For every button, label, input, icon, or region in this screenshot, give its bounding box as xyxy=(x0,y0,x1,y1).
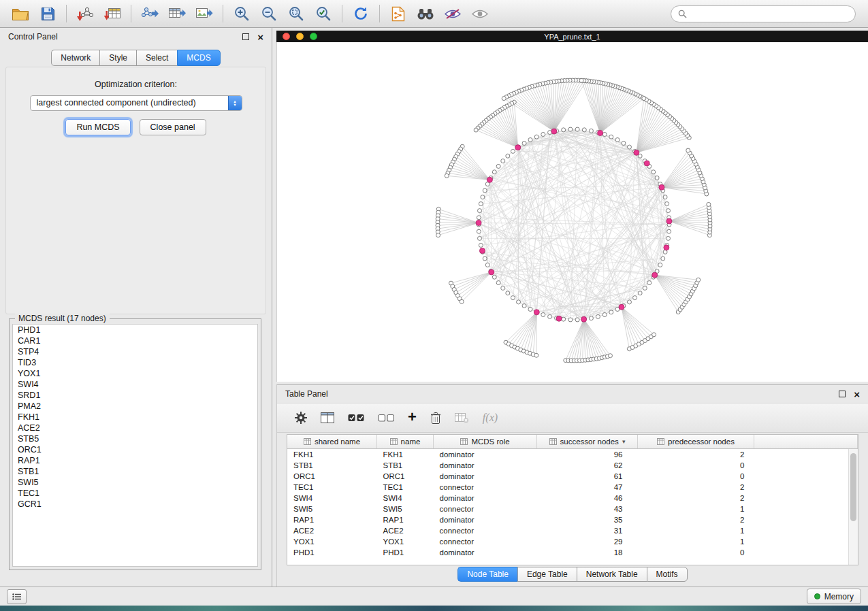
zoom-selected-button[interactable] xyxy=(310,3,337,24)
float-panel-icon[interactable] xyxy=(242,33,249,40)
table-row[interactable]: STB1STB1dominator620 xyxy=(287,460,858,471)
table-cell[interactable]: dominator xyxy=(434,471,537,482)
table-row[interactable]: SWI4SWI4dominator462 xyxy=(287,493,858,503)
add-column-button[interactable]: + xyxy=(408,410,417,425)
tab-network[interactable]: Network xyxy=(51,50,99,66)
column-header-successor-nodes[interactable]: successor nodes▾ xyxy=(537,435,638,449)
table-row[interactable]: PHD1PHD1dominator180 xyxy=(287,547,858,558)
search-box[interactable] xyxy=(671,5,856,22)
table-cell[interactable]: STB1 xyxy=(287,460,377,471)
mcds-result-item[interactable]: CAR1 xyxy=(13,335,257,346)
table-cell[interactable]: PHD1 xyxy=(287,547,377,558)
table-cell[interactable]: TEC1 xyxy=(287,482,377,493)
close-panel-icon[interactable]: × xyxy=(257,32,263,42)
close-table-panel-icon[interactable]: × xyxy=(854,389,860,399)
mcds-result-item[interactable]: ACE2 xyxy=(13,423,257,433)
table-cell[interactable]: ACE2 xyxy=(287,525,377,536)
mcds-result-item[interactable]: SRD1 xyxy=(13,390,257,401)
panel-toggle-button[interactable] xyxy=(7,589,27,604)
table-cell[interactable]: 18 xyxy=(537,547,638,558)
table-cell[interactable]: 2 xyxy=(638,493,754,503)
open-file-button[interactable] xyxy=(7,3,34,24)
select-all-button[interactable] xyxy=(348,413,364,423)
mcds-result-item[interactable]: FKH1 xyxy=(13,412,257,423)
mcds-result-item[interactable]: STP4 xyxy=(13,346,257,357)
table-cell[interactable]: 2 xyxy=(638,482,754,493)
table-cell[interactable]: dominator xyxy=(434,514,537,525)
table-cell[interactable]: SWI4 xyxy=(377,493,434,503)
table-cell[interactable]: connector xyxy=(434,503,537,514)
table-cell[interactable]: SWI4 xyxy=(287,493,377,503)
table-cell[interactable]: 1 xyxy=(638,525,754,536)
mcds-result-item[interactable]: ORC1 xyxy=(13,444,257,455)
tab-select[interactable]: Select xyxy=(136,50,177,66)
mcds-result-item[interactable]: TEC1 xyxy=(13,488,257,499)
table-row[interactable]: TEC1TEC1connector472 xyxy=(287,482,858,493)
export-image-button[interactable] xyxy=(191,3,218,24)
mcds-result-item[interactable]: RAP1 xyxy=(13,455,257,466)
table-cell[interactable]: 96 xyxy=(537,449,638,461)
table-cell[interactable]: 29 xyxy=(537,536,638,547)
table-row[interactable]: RAP1RAP1dominator352 xyxy=(287,514,858,525)
table-cell[interactable]: 47 xyxy=(537,482,638,493)
table-row[interactable]: ACE2ACE2connector311 xyxy=(287,525,858,536)
table-cell[interactable]: YOX1 xyxy=(377,536,434,547)
show-all-button[interactable] xyxy=(466,3,494,24)
table-cell[interactable]: 0 xyxy=(638,460,754,471)
mcds-result-item[interactable]: SWI5 xyxy=(13,477,257,488)
table-cell[interactable]: ACE2 xyxy=(377,525,434,536)
table-cell[interactable]: connector xyxy=(434,482,537,493)
table-row[interactable]: SWI5SWI5connector431 xyxy=(287,503,858,514)
table-cell[interactable]: RAP1 xyxy=(287,514,377,525)
deselect-all-button[interactable] xyxy=(378,413,394,423)
table-cell[interactable]: ORC1 xyxy=(287,471,377,482)
table-cell[interactable]: 0 xyxy=(638,547,754,558)
zoom-out-button[interactable] xyxy=(255,3,283,24)
hide-selected-button[interactable] xyxy=(439,3,466,24)
table-cell[interactable]: 61 xyxy=(537,471,638,482)
table-scrollbar[interactable] xyxy=(848,449,858,565)
tab-style[interactable]: Style xyxy=(99,50,136,66)
table-cell[interactable]: 0 xyxy=(638,471,754,482)
table-row[interactable]: YOX1YOX1connector291 xyxy=(287,536,858,547)
refresh-button[interactable] xyxy=(347,3,374,24)
tab-edge-table[interactable]: Edge Table xyxy=(517,567,577,582)
float-table-panel-icon[interactable] xyxy=(839,391,846,397)
mcds-result-item[interactable]: TID3 xyxy=(13,357,257,368)
column-header-mcds-role[interactable]: MCDS role xyxy=(434,435,537,449)
column-header-predecessor-nodes[interactable]: predecessor nodes xyxy=(638,435,754,449)
mcds-result-item[interactable]: SWI4 xyxy=(13,379,257,390)
table-cell[interactable]: 2 xyxy=(638,449,754,461)
scrollbar-thumb[interactable] xyxy=(850,453,856,521)
mcds-result-item[interactable]: STB1 xyxy=(13,466,257,477)
table-cell[interactable]: ORC1 xyxy=(377,471,434,482)
mcds-result-item[interactable]: YOX1 xyxy=(13,368,257,379)
table-cell[interactable]: connector xyxy=(434,536,537,547)
run-mcds-button[interactable]: Run MCDS xyxy=(65,119,130,135)
table-cell[interactable]: FKH1 xyxy=(287,449,377,461)
delete-column-button[interactable] xyxy=(430,412,441,425)
table-cell[interactable]: PHD1 xyxy=(377,547,434,558)
table-cell[interactable]: 1 xyxy=(638,503,754,514)
tab-motifs[interactable]: Motifs xyxy=(647,567,688,582)
table-cell[interactable]: FKH1 xyxy=(377,449,434,461)
zoom-fit-button[interactable] xyxy=(283,3,310,24)
column-header-shared-name[interactable]: shared name xyxy=(287,435,377,449)
table-cell[interactable]: 31 xyxy=(537,525,638,536)
table-cell[interactable]: TEC1 xyxy=(377,482,434,493)
table-cell[interactable]: STB1 xyxy=(377,460,434,471)
function-builder-button[interactable]: f(x) xyxy=(483,412,498,424)
table-settings-button[interactable] xyxy=(295,412,307,424)
table-cell[interactable]: 1 xyxy=(638,536,754,547)
tab-mcds[interactable]: MCDS xyxy=(177,50,220,66)
table-cell[interactable]: dominator xyxy=(434,449,537,461)
table-cell[interactable]: dominator xyxy=(434,547,537,558)
mcds-result-item[interactable]: PHD1 xyxy=(13,325,257,335)
table-cell[interactable]: 43 xyxy=(537,503,638,514)
mcds-result-item[interactable]: GCR1 xyxy=(13,499,257,510)
import-network-button[interactable] xyxy=(71,3,99,24)
table-cell[interactable]: dominator xyxy=(434,493,537,503)
first-neighbors-button[interactable] xyxy=(412,3,439,24)
table-cell[interactable]: SWI5 xyxy=(287,503,377,514)
table-cell[interactable]: dominator xyxy=(434,460,537,471)
